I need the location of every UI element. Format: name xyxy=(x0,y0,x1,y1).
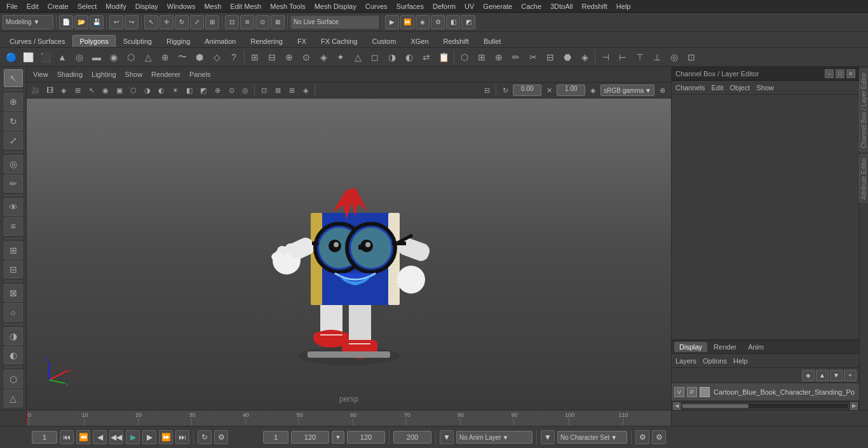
menu-select[interactable]: Select xyxy=(74,2,101,11)
layer-down-icon[interactable]: ▼ xyxy=(830,370,843,381)
render-current-btn[interactable]: ▶ xyxy=(385,15,399,29)
vp-wire-icon[interactable]: ⬡ xyxy=(127,84,140,97)
redo-btn[interactable]: ↪ xyxy=(125,15,139,29)
vp-menu-panels[interactable]: Panels xyxy=(186,70,215,79)
separate-btn[interactable]: ⊟ xyxy=(264,49,280,65)
cleanup-btn[interactable]: ✦ xyxy=(332,49,349,65)
scroll-track[interactable] xyxy=(682,403,849,409)
split-btn[interactable]: ✂ xyxy=(525,49,541,65)
tab-custom[interactable]: Custom xyxy=(365,35,403,47)
step-fwd-btn[interactable]: ▶ xyxy=(142,430,156,444)
menu-cache[interactable]: Cache xyxy=(517,2,545,11)
char-set-dropdown-icon[interactable]: ▼ xyxy=(541,430,555,444)
vp-tex-icon[interactable]: ◐ xyxy=(155,84,168,97)
vp-colorspace-dropdown[interactable]: sRGB gamma ▼ xyxy=(600,85,654,96)
menu-display[interactable]: Display xyxy=(132,2,162,11)
anim-settings-btn[interactable]: ⚙ xyxy=(214,430,228,444)
close-icon[interactable]: ✕ xyxy=(846,69,855,78)
vp-hdr-icon[interactable]: ⊕ xyxy=(211,84,224,97)
vp-mask-icon[interactable]: ◉ xyxy=(99,84,112,97)
vp-menu-view[interactable]: View xyxy=(29,70,52,79)
reduce-btn[interactable]: ◈ xyxy=(315,49,332,65)
tab-redshift[interactable]: Redshift xyxy=(437,35,476,47)
layer-up-icon[interactable]: ▲ xyxy=(816,370,829,381)
menu-redshift[interactable]: Redshift xyxy=(578,2,611,11)
anim-layer-dropdown-icon[interactable]: ▼ xyxy=(440,430,454,444)
tab-fx[interactable]: FX xyxy=(290,35,313,47)
question-btn[interactable]: ? xyxy=(226,49,242,65)
hypershade-btn[interactable]: ◧ xyxy=(446,15,460,29)
layer-p-btn[interactable]: P xyxy=(687,387,697,397)
smooth-btn[interactable]: ◑ xyxy=(384,49,400,65)
duplicate-btn[interactable]: ⊢ xyxy=(614,49,631,65)
soft-select-tool[interactable]: ◎ xyxy=(4,155,23,173)
quick-sel-btn[interactable]: ⊠ xyxy=(4,284,23,302)
tab-animation[interactable]: Animation xyxy=(198,35,243,47)
disk-btn[interactable]: ◉ xyxy=(105,49,122,65)
instance-btn[interactable]: ⊤ xyxy=(632,49,648,65)
loop-btn[interactable]: ↻ xyxy=(198,430,212,444)
snap-curve-btn[interactable]: ≋ xyxy=(240,15,254,29)
play-fwd-btn[interactable]: ▶ xyxy=(126,430,140,444)
open-file-btn[interactable]: 📂 xyxy=(74,15,88,29)
triangulate-btn[interactable]: △ xyxy=(349,49,366,65)
mirror-btn[interactable]: ⊣ xyxy=(597,49,614,65)
menu-deform[interactable]: Deform xyxy=(429,2,459,11)
tab-xgen[interactable]: XGen xyxy=(403,35,435,47)
go-to-end-btn[interactable]: ⏭ xyxy=(175,430,189,444)
bridge-btn[interactable]: ⊞ xyxy=(473,49,490,65)
paint-tool[interactable]: ✏ xyxy=(4,175,23,193)
vp-film-icon[interactable]: 🎞 xyxy=(43,84,56,97)
tab-curves-surfaces[interactable]: Curves / Surfaces xyxy=(3,35,72,47)
lattice-btn[interactable]: ⊥ xyxy=(649,49,665,65)
attribute-editor-side-tab[interactable]: Attribute Editor xyxy=(859,154,868,203)
menu-uv[interactable]: UV xyxy=(461,2,478,11)
vp-light-icon[interactable]: ☀ xyxy=(169,84,182,97)
tab-bullet[interactable]: Bullet xyxy=(477,35,508,47)
menu-generate[interactable]: Generate xyxy=(479,2,516,11)
cube-btn[interactable]: ⬜ xyxy=(20,49,36,65)
edit-menu[interactable]: Edit xyxy=(711,84,723,92)
play-back-btn[interactable]: ◀◀ xyxy=(109,430,123,444)
tab-sculpting[interactable]: Sculpting xyxy=(116,35,159,47)
vp-shadow-icon[interactable]: ◧ xyxy=(183,84,196,97)
quad-btn[interactable]: ◻ xyxy=(367,49,383,65)
range-start-input[interactable] xyxy=(291,431,329,444)
tab-rendering[interactable]: Rendering xyxy=(243,35,290,47)
cylinder-btn[interactable]: ⬛ xyxy=(37,49,53,65)
help-menu-item[interactable]: Help xyxy=(733,357,748,365)
undo-btn[interactable]: ↩ xyxy=(109,15,123,29)
render-mode-btn[interactable]: ◑ xyxy=(4,327,23,345)
display-tab[interactable]: Display xyxy=(674,342,707,352)
vp-mult-field[interactable]: 1.00 xyxy=(557,85,585,96)
select-tool-btn[interactable]: ↖ xyxy=(144,15,158,29)
extrude-btn[interactable]: ⬡ xyxy=(456,49,473,65)
minimize-icon[interactable]: − xyxy=(825,69,834,78)
menu-3dtoa[interactable]: 3DtoAll xyxy=(546,2,576,11)
tab-rigging[interactable]: Rigging xyxy=(159,35,197,47)
menu-create[interactable]: Create xyxy=(44,2,72,11)
current-frame-input[interactable] xyxy=(32,431,57,444)
step-back-key-btn[interactable]: ⏪ xyxy=(76,430,90,444)
vp-options-icon[interactable]: ⊕ xyxy=(656,84,668,97)
vp-film2-icon[interactable]: ◈ xyxy=(57,84,70,97)
move-tool[interactable]: ⊕ xyxy=(4,93,23,111)
soccer-btn[interactable]: ⬢ xyxy=(191,49,208,65)
scale-tool[interactable]: ⤢ xyxy=(4,132,23,149)
menu-file[interactable]: File xyxy=(3,2,22,11)
menu-mesh-display[interactable]: Mesh Display xyxy=(311,2,360,11)
vp-hq-icon[interactable]: ⊠ xyxy=(271,84,284,97)
snap-surface-btn[interactable]: ⊠ xyxy=(271,15,285,29)
range-indicator[interactable]: ▼ xyxy=(332,431,344,444)
vp-gamma-field[interactable]: 0.00 xyxy=(513,85,541,96)
scroll-left-arrow[interactable]: ◀ xyxy=(673,402,681,410)
vp-cam-icon2[interactable]: ◈ xyxy=(299,84,312,97)
render-view-btn[interactable]: ◩ xyxy=(461,15,475,29)
object-menu[interactable]: Object xyxy=(729,84,750,92)
anim-layer-selector[interactable]: No Anim Layer ▼ xyxy=(456,431,532,444)
menu-edit-mesh[interactable]: Edit Mesh xyxy=(226,2,265,11)
layers-menu-item[interactable]: Layers xyxy=(675,357,696,365)
prism-btn[interactable]: ⬡ xyxy=(123,49,139,65)
plane-btn[interactable]: ▬ xyxy=(88,49,105,65)
mode-dropdown[interactable]: Modeling ▼ xyxy=(3,15,53,29)
